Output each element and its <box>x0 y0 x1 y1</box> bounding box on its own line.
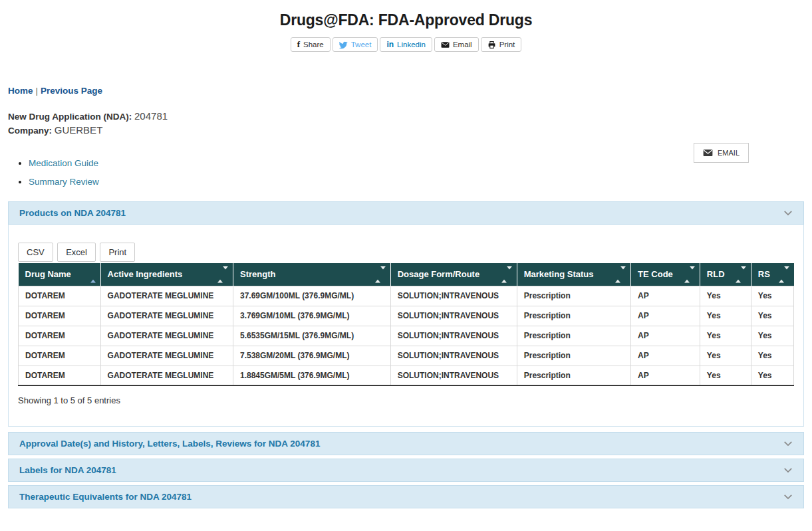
document-link-item: Medication Guide <box>29 154 804 173</box>
products-table: Drug Name Active Ingredients Strength Do… <box>18 263 794 386</box>
document-links: Medication Guide Summary Review <box>29 154 804 191</box>
document-link[interactable]: Summary Review <box>29 177 99 187</box>
cell-rs: Yes <box>751 306 793 326</box>
accordion-approval-history: Approval Date(s) and History, Letters, L… <box>8 432 804 455</box>
export-button[interactable]: Excel <box>57 243 96 262</box>
page-title: Drugs@FDA: FDA-Approved Drugs <box>0 11 812 29</box>
accordion-labels: Labels for NDA 204781 <box>8 459 804 482</box>
cell-rld: Yes <box>700 366 751 385</box>
cell-marketing-status: Prescription <box>517 366 630 385</box>
company-line: Company: GUERBET <box>8 124 804 138</box>
column-header-rld[interactable]: RLD <box>700 263 751 286</box>
cell-drug-name: DOTAREM <box>19 326 101 346</box>
print-share-label: Print <box>499 41 515 49</box>
accordion-therapeutic-equivalents-header[interactable]: Therapeutic Equivalents for NDA 204781 <box>8 485 804 508</box>
accordion-title: Therapeutic Equivalents for NDA 204781 <box>19 492 192 502</box>
accordion-title: Approval Date(s) and History, Letters, L… <box>19 439 320 449</box>
products-section-title: Products on NDA 204781 <box>19 208 126 218</box>
cell-rs: Yes <box>751 286 793 306</box>
sort-icon <box>375 269 386 279</box>
cell-active-ingredients: GADOTERATE MEGLUMINE <box>100 326 233 346</box>
chevron-down-icon <box>783 494 793 500</box>
cell-rs: Yes <box>751 326 793 346</box>
cell-marketing-status: Prescription <box>517 326 630 346</box>
linkedin-icon: in <box>386 40 394 49</box>
email-button-label: EMAIL <box>718 149 740 157</box>
cell-active-ingredients: GADOTERATE MEGLUMINE <box>100 366 233 385</box>
email-share-button[interactable]: Email <box>434 37 479 52</box>
email-share-label: Email <box>453 41 472 49</box>
share-label: Share <box>303 41 324 49</box>
column-header-te-code[interactable]: TE Code <box>631 263 700 286</box>
cell-marketing-status: Prescription <box>517 306 630 326</box>
document-link-item: Summary Review <box>29 173 804 191</box>
social-share-bar: f Share Tweet in Linkedin Email Print <box>0 37 812 52</box>
cell-rs: Yes <box>751 366 793 385</box>
share-facebook-button[interactable]: f Share <box>291 37 331 52</box>
sort-icon <box>684 269 695 279</box>
column-header-strength[interactable]: Strength <box>233 263 390 286</box>
cell-marketing-status: Prescription <box>517 286 630 306</box>
cell-drug-name: DOTAREM <box>19 286 101 306</box>
document-link[interactable]: Medication Guide <box>29 158 98 168</box>
cell-strength: 5.6535GM/15ML (376.9MG/ML) <box>233 326 390 346</box>
cell-te-code: AP <box>631 326 700 346</box>
tweet-button[interactable]: Tweet <box>333 37 378 52</box>
cell-rs: Yes <box>751 346 793 366</box>
facebook-icon: f <box>297 39 300 50</box>
column-header-drug-name[interactable]: Drug Name <box>19 263 101 286</box>
breadcrumb: Home|Previous Page <box>8 86 804 96</box>
print-share-button[interactable]: Print <box>481 37 522 52</box>
cell-active-ingredients: GADOTERATE MEGLUMINE <box>100 286 233 306</box>
cell-strength: 7.538GM/20ML (376.9MG/ML) <box>233 346 390 366</box>
breadcrumb-home-link[interactable]: Home <box>8 86 33 96</box>
nda-line: New Drug Application (NDA): 204781 <box>8 110 804 124</box>
cell-active-ingredients: GADOTERATE MEGLUMINE <box>100 306 233 326</box>
accordion-products-header[interactable]: Products on NDA 204781 <box>8 201 804 225</box>
export-button[interactable]: Print <box>100 243 135 262</box>
cell-drug-name: DOTAREM <box>19 366 101 385</box>
column-header-active-ingredients[interactable]: Active Ingredients <box>100 263 233 286</box>
cell-drug-name: DOTAREM <box>19 306 101 326</box>
cell-strength: 3.769GM/10ML (376.9MG/ML) <box>233 306 390 326</box>
breadcrumb-previous-page-link[interactable]: Previous Page <box>41 86 102 96</box>
cell-te-code: AP <box>631 286 700 306</box>
cell-rld: Yes <box>700 286 751 306</box>
column-header-dosage-form-route[interactable]: Dosage Form/Route <box>390 263 517 286</box>
table-row: DOTAREM GADOTERATE MEGLUMINE 37.69GM/100… <box>19 286 794 306</box>
cell-te-code: AP <box>631 306 700 326</box>
cell-dosage-form-route: SOLUTION;INTRAVENOUS <box>390 306 517 326</box>
breadcrumb-separator: | <box>33 86 41 96</box>
table-row: DOTAREM GADOTERATE MEGLUMINE 1.8845GM/5M… <box>19 366 794 385</box>
email-button[interactable]: EMAIL <box>694 143 749 163</box>
print-icon <box>487 41 496 49</box>
accordion-labels-header[interactable]: Labels for NDA 204781 <box>8 459 804 482</box>
tweet-label: Tweet <box>351 41 372 49</box>
sort-icon <box>217 269 228 279</box>
chevron-down-icon <box>783 467 793 473</box>
company-value: GUERBET <box>55 124 103 136</box>
cell-te-code: AP <box>631 366 700 385</box>
table-entries-summary: Showing 1 to 5 of 5 entries <box>18 395 794 405</box>
linkedin-button[interactable]: in Linkedin <box>380 37 432 52</box>
accordion-approval-history-header[interactable]: Approval Date(s) and History, Letters, L… <box>8 432 804 455</box>
cell-strength: 37.69GM/100ML (376.9MG/ML) <box>233 286 390 306</box>
sort-icon <box>615 269 626 279</box>
accordion-title: Labels for NDA 204781 <box>19 465 116 475</box>
table-row: DOTAREM GADOTERATE MEGLUMINE 3.769GM/10M… <box>19 306 794 326</box>
chevron-down-icon <box>783 441 793 447</box>
column-header-rs[interactable]: RS <box>751 263 793 286</box>
cell-rld: Yes <box>700 306 751 326</box>
cell-active-ingredients: GADOTERATE MEGLUMINE <box>100 346 233 366</box>
cell-dosage-form-route: SOLUTION;INTRAVENOUS <box>390 346 517 366</box>
sort-icon <box>736 269 746 279</box>
export-button[interactable]: CSV <box>18 243 53 262</box>
nda-label: New Drug Application (NDA): <box>8 112 132 122</box>
table-row: DOTAREM GADOTERATE MEGLUMINE 7.538GM/20M… <box>19 346 794 366</box>
column-header-marketing-status[interactable]: Marketing Status <box>517 263 630 286</box>
sort-ascending-icon <box>90 269 96 279</box>
linkedin-label: Linkedin <box>397 41 426 49</box>
cell-drug-name: DOTAREM <box>19 346 101 366</box>
table-header-row: Drug Name Active Ingredients Strength Do… <box>19 263 794 286</box>
cell-dosage-form-route: SOLUTION;INTRAVENOUS <box>390 286 517 306</box>
